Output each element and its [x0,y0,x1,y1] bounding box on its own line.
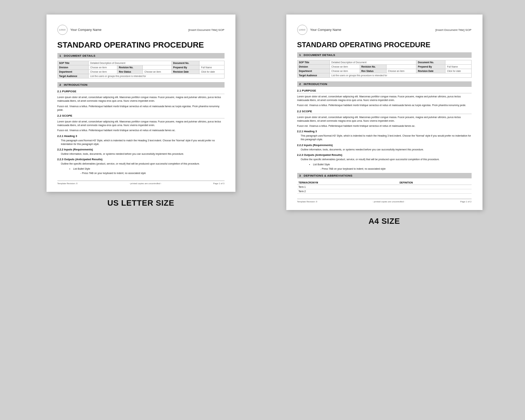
dash-item-1: Press TAB on your keyboard to indent; no… [82,171,225,175]
a4-dept-value: Choose an item [330,69,360,73]
a4-company-name: Your Company Name [310,28,342,32]
a4-division-label: Division [297,65,330,69]
a4-footer-right: Page 1 of 2 [460,201,472,203]
a4-sop-title-value: Detailed Description of Document [330,60,416,65]
revstatus-label: Rev Status [117,70,143,74]
division-label: Division [57,65,89,70]
header-left: LOGO Your Company Name [57,25,102,35]
a4-section2-number: 2 [299,82,301,86]
col-definition: DEFINITION [398,181,472,185]
section2-number: 2 [60,83,61,86]
doc-title-right: [Insert Document Title] SOP [188,28,224,32]
docno-value [199,61,224,65]
a4-section1-header: 1 DOCUMENT DETAILS [297,52,472,58]
docno-label: Document No. [171,61,199,65]
col-term: TERM/ACRONYM [297,181,398,185]
table-row: Division Choose an item Revision No. Pre… [297,65,471,69]
scope-p2: Fusce est. Vivamus a tellus. Pellentesqu… [57,129,225,132]
subsection-2-2-title: 2.2 SCOPE [57,114,225,118]
a4-dept-label: Department [297,69,330,73]
a4-footer-center: - printed copies are uncontrolled - [372,201,405,203]
page-footer: Template Revision: 0 - printed copies ar… [57,181,225,185]
us-letter-header: LOGO Your Company Name [Insert Document … [57,25,225,37]
section1-title: DOCUMENT DETAILS [64,54,96,57]
a4-sop-title-label: SOP Title [297,60,330,65]
heading-2-2-3: 2.2.3 Outputs (Anticipated Results) [57,158,225,161]
table-row: Division Choose an item Revision No. Pre… [57,65,224,70]
us-letter-label: US LETTER SIZE [107,198,174,208]
a4-bullet-item-1: List Bullet Style [313,163,472,166]
a4-section1-number: 1 [299,53,301,57]
a4-revdate-label: Revision Date [416,69,445,73]
revdate-value: Click for date [199,70,224,74]
table-row: SOP Title Detailed Description of Docume… [57,61,224,65]
subsection-2-1-title: 2.1 PURPOSE [57,90,225,94]
heading-2-2-2: 2.2.2 Inputs (Requirements) [57,148,225,151]
def-table-row: Term 1 [297,185,472,189]
target-label: Target Audience [57,74,89,78]
sop-title-value: Detailed Description of Document [89,61,171,65]
sop-title-label: SOP Title [57,61,89,65]
us-letter-container: LOGO Your Company Name [Insert Document … [27,15,255,208]
a4-purpose-p2: Fusce est. Vivamus a tellus. Pellentesqu… [297,104,472,107]
a4-header: LOGO Your Company Name [Insert Document … [297,25,472,37]
table-row: Department Choose an item Rev Status Cho… [297,69,471,73]
a4-preparedby-label: Prepared By [416,65,445,69]
table-row: SOP Title Detailed Description of Docume… [297,60,471,65]
a4-logo-icon: LOGO [297,25,307,35]
a4-preparedby-value: Full Name [445,65,471,69]
heading3-text: This paragraph uses'Normal-H3' Style, wh… [61,139,225,146]
a4-revstatus-value: Choose an item [386,69,416,73]
revno-value [143,65,171,70]
table-row: Target Audience List the users or groups… [57,74,224,78]
a4-purpose-p1: Lorem ipsum dolor sit amet, consectetuer… [297,95,472,102]
a4-page-footer: Template Revision: 0 - printed copies ar… [297,199,472,203]
a4-dash-item-1: Press TAB on your keyboard to indent; no… [322,167,472,171]
target-value: List the users or groups this procedure … [89,74,224,78]
a4-inputs-text: Outline information, tools, documents, o… [301,148,472,152]
def-table-header-row: TERM/ACRONYM DEFINITION [297,181,472,185]
a4-outputs-text: Outline the specific deliverables (produ… [301,158,472,161]
purpose-p1: Lorem ipsum dolor sit amet, consectetuer… [57,96,225,103]
revno-label: Revision No. [117,65,143,70]
a4-revstatus-label: Rev Status [360,69,386,73]
term-2: Term 2 [297,189,398,194]
section2-title: INTRODUCTION [64,83,88,86]
a4-section3-header: 3 DEFINITIONS & ABBREVIATIONS [297,173,472,178]
a4-header-left: LOGO Your Company Name [297,25,342,35]
division-value: Choose an item [89,65,117,70]
def-table-row: Term 2 [297,189,472,194]
company-name: Your Company Name [70,28,102,32]
a4-main-title: STANDARD OPERATING PROCEDURE [297,41,472,49]
def-2 [398,189,472,194]
footer-left: Template Revision: 0 [57,182,78,185]
a4-section2-header: 2 INTRODUCTION [297,81,472,87]
definitions-table: TERM/ACRONYM DEFINITION Term 1 Term 2 [297,181,472,194]
a4-scope-p2: Fusce est. Vivamus a tellus. Pellentesqu… [297,124,472,128]
a4-section1-title: DOCUMENT DETAILS [304,53,335,57]
details-table: SOP Title Detailed Description of Docume… [57,61,225,78]
footer-right: Page 1 of 3 [213,182,225,185]
a4-revdate-value: Click for date [445,69,471,73]
section2-header: 2 INTRODUCTION [57,82,225,88]
a4-docno-value [445,60,471,65]
a4-target-label: Target Audience [297,73,330,78]
a4-heading3-text: This paragraph uses'Normal-H3' Style, wh… [301,134,472,141]
revstatus-value: Choose an item [143,70,171,74]
outputs-text: Outline the specific deliverables (produ… [61,162,225,166]
preparedby-value: Full Name [199,65,224,70]
section1-number: 1 [60,54,61,57]
table-row: Department Choose an item Rev Status Cho… [57,70,224,74]
a4-docno-label: Document No. [416,60,445,65]
a4-heading-2-2-1: 2.2.1 Heading 3 [297,130,472,133]
purpose-p2: Fusce est. Vivamus a tellus. Pellentesqu… [57,105,225,112]
a4-footer-left: Template Revision: 0 [297,201,318,203]
a4-division-value: Choose an item [330,65,360,69]
a4-subsection-2-1-title: 2.1 PURPOSE [297,89,472,93]
a4-doc-title-right: [Insert Document Title] SOP [435,28,471,32]
us-letter-page: LOGO Your Company Name [Insert Document … [47,15,235,192]
a4-revno-label: Revision No. [360,65,386,69]
a4-container: LOGO Your Company Name [Insert Document … [270,15,499,226]
section1-header: 1 DOCUMENT DETAILS [57,53,225,58]
a4-subsection-2-2-title: 2.2 SCOPE [297,110,472,114]
